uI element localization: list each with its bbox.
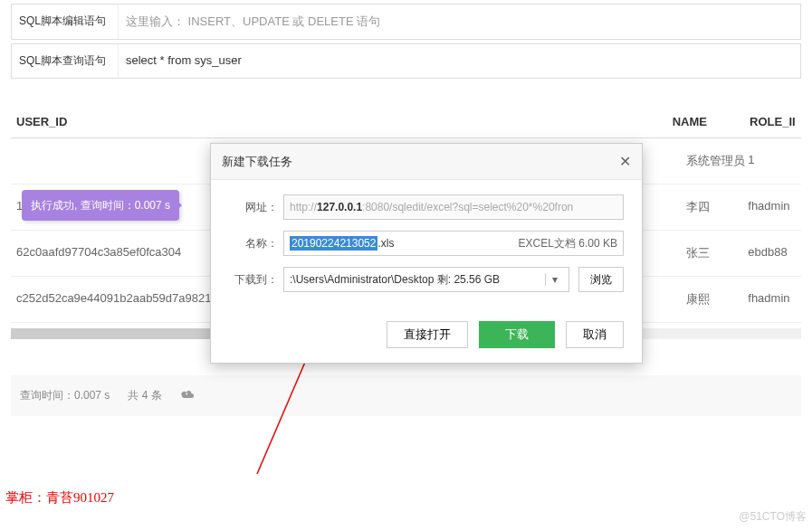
url-input[interactable]: http://127.0.0.1:8080/sqledit/excel?sql=… — [283, 194, 624, 220]
browse-button[interactable]: 浏览 — [578, 267, 624, 292]
success-badge: 执行成功, 查询时间：0.007 s — [22, 190, 179, 221]
dialog-titlebar: 新建下载任务 ✕ — [211, 144, 642, 180]
chevron-down-icon[interactable]: ▾ — [545, 273, 563, 286]
sql-query-box: SQL脚本查询语句 select * from sys_user — [11, 43, 801, 79]
open-directly-button[interactable]: 直接打开 — [387, 321, 468, 348]
filename-input[interactable]: 20190224213052.xls EXCEL文档 6.00 KB — [283, 231, 624, 256]
sql-edit-label: SQL脚本编辑语句 — [12, 5, 119, 39]
download-dialog: 新建下载任务 ✕ 网址： http://127.0.0.1:8080/sqled… — [210, 143, 643, 364]
signature-text: 掌柜：青苔901027 — [5, 489, 114, 506]
sql-edit-box: SQL脚本编辑语句 这里输入： INSERT、UPDATE 或 DELETE 语… — [11, 4, 801, 40]
cancel-button[interactable]: 取消 — [566, 321, 624, 348]
cloud-download-icon[interactable] — [180, 389, 195, 402]
sql-query-input[interactable]: select * from sys_user — [119, 44, 800, 78]
file-meta: EXCEL文档 6.00 KB — [519, 236, 617, 251]
download-button[interactable]: 下载 — [479, 321, 555, 348]
name-label: 名称： — [229, 236, 278, 251]
path-select[interactable]: :\Users\Administrator\Desktop 剩: 25.56 G… — [283, 267, 569, 292]
watermark-text: @51CTO博客 — [739, 509, 807, 525]
filename-selected: 20190224213052 — [290, 236, 377, 251]
col-name: NAME — [673, 115, 750, 128]
result-count: 共 4 条 — [128, 388, 161, 403]
path-label: 下载到： — [229, 272, 278, 288]
col-role: ROLE_II — [750, 115, 801, 128]
close-icon[interactable]: ✕ — [619, 153, 631, 170]
footer-bar: 查询时间：0.007 s 共 4 条 — [11, 375, 801, 416]
sql-query-label: SQL脚本查询语句 — [12, 44, 119, 78]
dialog-title-text: 新建下载任务 — [222, 154, 292, 170]
table-header: USER_ID NAME ROLE_II — [11, 106, 801, 138]
col-userid: USER_ID — [11, 115, 338, 128]
query-time: 查询时间：0.007 s — [20, 388, 110, 403]
url-label: 网址： — [229, 200, 278, 215]
sql-edit-input[interactable]: 这里输入： INSERT、UPDATE 或 DELETE 语句 — [119, 5, 800, 39]
